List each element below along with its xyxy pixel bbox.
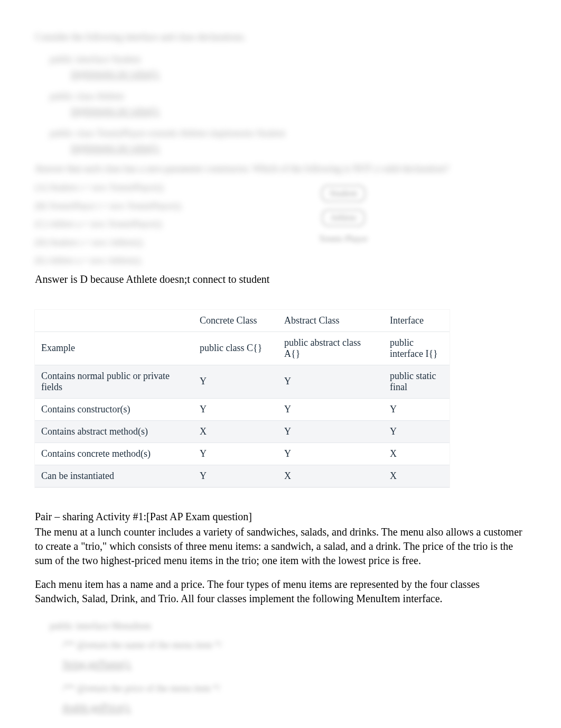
table-cell: Y — [278, 365, 384, 398]
activity-heading: Pair – sharing Activity #1:[Past AP Exam… — [35, 510, 526, 524]
table-cell: Can be instantiated — [35, 465, 193, 487]
activity-paragraph-2: Each menu item has a name and a price. T… — [35, 577, 526, 606]
table-header-cell — [35, 310, 193, 332]
table-cell: public class C{} — [193, 331, 278, 365]
option-a: (A) Student s = new TennisPlayer(); — [35, 180, 526, 196]
activity-paragraph-1: The menu at a lunch counter includes a v… — [35, 525, 526, 568]
table-cell: public abstract class A{} — [278, 331, 384, 365]
table-cell: Y — [384, 420, 450, 443]
answer-text: Answer is D because Athlete doesn;t conn… — [35, 273, 526, 285]
table-row: Can be instantiated Y X X — [35, 465, 450, 487]
table-row: Contains constructor(s) Y Y Y — [35, 398, 450, 420]
table-cell: X — [384, 465, 450, 487]
code-block-1: public interface Student implements int … — [50, 52, 526, 81]
code-line-underline: implements int value(); — [71, 141, 526, 155]
diagram-box-athlete: Athlete — [322, 209, 365, 226]
table-cell: Contains concrete method(s) — [35, 443, 193, 465]
blurred-question-block: Consider the following interface and cla… — [35, 32, 526, 269]
code-line: public class Athlete — [50, 89, 526, 104]
comparison-table: Concrete Class Abstract Class Interface … — [35, 310, 450, 487]
code-block-2: public class Athlete implements int valu… — [50, 89, 526, 118]
diagram-box-student: Student — [321, 185, 366, 202]
option-c: (C) Athlete a = new TennisPlayer(); — [35, 216, 526, 233]
code-comment: /** @return the name of the menu item */ — [62, 640, 222, 650]
table-cell: Contains constructor(s) — [35, 398, 193, 420]
class-hierarchy-diagram: Student Athlete Tennis Player — [291, 185, 396, 244]
option-e: (E) Athlete a = new Athlete(); — [35, 253, 526, 269]
table-cell: X — [193, 420, 278, 443]
code-line: public interface MenuItem — [50, 616, 526, 635]
answer-options: (A) Student s = new TennisPlayer(); (B) … — [35, 180, 526, 269]
table-cell: Example — [35, 331, 193, 365]
table-row: Contains concrete method(s) Y Y X — [35, 443, 450, 465]
table-row: Example public class C{} public abstract… — [35, 331, 450, 365]
code-line: public class TennisPlayer extends Athlet… — [50, 126, 526, 141]
option-b: (B) TennisPlayer t = new TennisPlayer(); — [35, 198, 526, 215]
code-line-underline: implements int value(); — [71, 104, 526, 118]
table-header-cell: Abstract Class — [278, 310, 384, 332]
table-cell: Y — [278, 420, 384, 443]
table-cell: Y — [278, 398, 384, 420]
table-cell: Contains abstract method(s) — [35, 420, 193, 443]
table-cell: public static final — [384, 365, 450, 398]
table-cell: Y — [193, 465, 278, 487]
code-block-3: public class TennisPlayer extends Athlet… — [50, 126, 526, 155]
table-row: Contains abstract method(s) X Y Y — [35, 420, 450, 443]
diagram-label-tennis: Tennis Player — [319, 234, 368, 244]
code-line: public interface Student — [50, 52, 526, 67]
table-cell: Y — [384, 398, 450, 420]
code-line-underline: String getName(); — [62, 655, 131, 674]
table-cell: X — [278, 465, 384, 487]
code-comment: /** @return the price of the menu item *… — [62, 683, 221, 694]
table-row: Contains normal public or private fields… — [35, 365, 450, 398]
table-header-cell: Interface — [384, 310, 450, 332]
table-cell: public interface I{} — [384, 331, 450, 365]
activity-section: Pair – sharing Activity #1:[Past AP Exam… — [35, 510, 526, 606]
code-line-underline: double getPrice(); — [62, 698, 130, 717]
blur-question: Answer that each class has a zero-parame… — [35, 163, 526, 174]
table-header-row: Concrete Class Abstract Class Interface — [35, 310, 450, 332]
table-cell: X — [384, 443, 450, 465]
table-cell: Contains normal public or private fields — [35, 365, 193, 398]
blurred-interface-code: public interface MenuItem /** @return th… — [50, 616, 526, 717]
table-cell: Y — [193, 365, 278, 398]
table-cell: Y — [193, 398, 278, 420]
table-header-cell: Concrete Class — [193, 310, 278, 332]
option-d: (D) Student s = new Athlete(); — [35, 235, 526, 251]
code-line-underline: implements int value(); — [71, 67, 526, 81]
table-cell: Y — [193, 443, 278, 465]
blur-intro-text: Consider the following interface and cla… — [35, 32, 526, 43]
table-cell: Y — [278, 443, 384, 465]
